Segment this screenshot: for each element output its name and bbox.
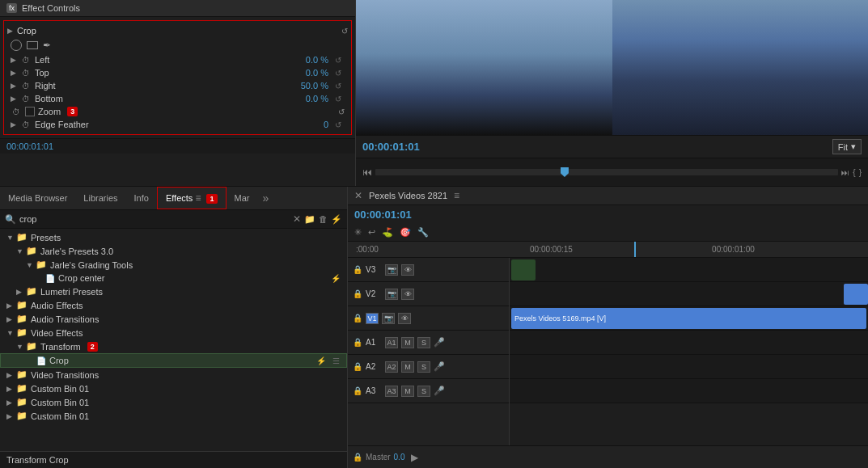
v2-eye-icon[interactable]: 👁 [401, 289, 414, 300]
v3-lock-icon[interactable]: 🔒 [353, 265, 362, 274]
search-clear-icon[interactable]: ✕ [293, 213, 301, 225]
crop-center-accelerator-icon[interactable]: ⚡ [331, 274, 341, 283]
a1-clip[interactable] [511, 259, 536, 280]
crop-accelerator-icon[interactable]: ⚡ [316, 356, 326, 365]
tree-item-custom-bin-2[interactable]: ▶ 📁 Custom Bin 01 [0, 395, 347, 409]
top-reset-icon[interactable]: ↺ [332, 69, 345, 78]
left-arrow[interactable]: ▶ [11, 56, 17, 64]
tree-item-crop-center[interactable]: 📄 Crop center ⚡ [0, 272, 347, 285]
seq-tool-magnet[interactable]: ✳ [354, 227, 362, 238]
v1-video-clip[interactable]: Pexels Videos 5169.mp4 [V] [511, 308, 866, 329]
v1-eye-icon[interactable]: 👁 [398, 313, 411, 324]
right-value[interactable]: 50.0 % [288, 81, 328, 91]
a2-lock-icon[interactable]: 🔒 [353, 362, 362, 371]
v2-lock-icon[interactable]: 🔒 [353, 289, 362, 298]
v3-eye-icon[interactable]: 👁 [401, 264, 414, 276]
accelerator-icon[interactable]: ⚡ [331, 214, 342, 225]
rect-tool-icon[interactable] [27, 41, 38, 49]
seq-tool-wrench[interactable]: 🔧 [417, 227, 429, 238]
tab-media-browser[interactable]: Media Browser [0, 188, 75, 208]
a3-m-btn[interactable]: M [401, 386, 414, 397]
master-play-icon[interactable]: ▶ [411, 452, 418, 463]
top-arrow[interactable]: ▶ [11, 69, 17, 77]
seq-menu-icon[interactable]: ≡ [454, 190, 459, 201]
tree-item-transform[interactable]: ▼ 📁 Transform 2 [0, 339, 347, 353]
left-value[interactable]: 0.0 % [288, 55, 328, 65]
pen-tool-icon[interactable]: ✒ [43, 40, 51, 51]
bottom-reset-icon[interactable]: ↺ [332, 95, 345, 103]
track-content: Pexels Videos 5169.mp4 [V] [510, 258, 868, 445]
nav-out-point-icon[interactable]: } [859, 168, 862, 177]
bottom-arrow[interactable]: ▶ [11, 95, 17, 103]
effects-menu-icon[interactable]: ≡ [195, 192, 201, 204]
tree-item-video-effects[interactable]: ▼ 📁 Video Effects [0, 326, 347, 339]
reset-icon[interactable]: ↺ [341, 27, 348, 36]
seq-close-icon[interactable]: ✕ [354, 190, 362, 201]
preview-go-start-icon[interactable]: ⏮ [362, 167, 372, 178]
tab-mar[interactable]: Mar [227, 188, 258, 208]
master-value[interactable]: 0.0 [394, 453, 405, 462]
tree-item-crop[interactable]: 📄 Crop ⚡ ☰ [0, 353, 347, 368]
a2-m-btn[interactable]: M [401, 361, 414, 373]
tree-item-presets[interactable]: ▼ 📁 Presets [0, 230, 347, 244]
ellipse-tool-icon[interactable] [11, 40, 22, 51]
v3-camera-icon[interactable]: 📷 [385, 264, 398, 276]
a1-m-btn[interactable]: M [401, 337, 414, 348]
tree-item-lumetri[interactable]: ▶ 📁 Lumetri Presets [0, 285, 347, 298]
preview-timeline[interactable]: ⏮ ⏭ { } [356, 158, 868, 186]
a3-lock-icon[interactable]: 🔒 [353, 386, 362, 395]
tree-item-custom-bin-1[interactable]: ▶ 📁 Custom Bin 01 [0, 382, 347, 395]
tab-overflow-icon[interactable]: » [257, 188, 273, 208]
timeline-playhead[interactable] [634, 242, 636, 257]
scrubber-playhead[interactable] [561, 167, 569, 177]
bottom-value[interactable]: 0.0 % [288, 94, 328, 103]
a1-s-btn[interactable]: S [417, 337, 430, 348]
a2-target-btn[interactable]: A2 [385, 361, 398, 373]
crop-expand-arrow[interactable]: ▶ [7, 27, 14, 35]
a1-lock-icon[interactable]: 🔒 [353, 338, 362, 347]
v1-target-btn[interactable]: V1 [366, 313, 379, 324]
tab-info[interactable]: Info [126, 188, 157, 208]
new-folder-icon[interactable]: 📁 [304, 214, 315, 225]
tab-effects[interactable]: Effects ≡ 1 [157, 187, 227, 209]
preview-controls: 00:00:01:01 Fit ▾ [356, 135, 868, 158]
tree-item-audio-effects[interactable]: ▶ 📁 Audio Effects [0, 298, 347, 312]
fit-dropdown[interactable]: Fit ▾ [832, 139, 862, 154]
a2-s-btn[interactable]: S [417, 361, 430, 373]
nav-in-point-icon[interactable]: ⏭ [841, 168, 849, 177]
right-reset-icon[interactable]: ↺ [332, 82, 345, 91]
content-a3 [510, 379, 868, 403]
edge-feather-arrow[interactable]: ▶ [11, 120, 17, 129]
left-reset-icon[interactable]: ↺ [332, 56, 345, 65]
seq-tool-undo[interactable]: ↩ [368, 227, 375, 238]
a3-s-btn[interactable]: S [417, 386, 430, 397]
zoom-reset-icon[interactable]: ↺ [338, 108, 345, 116]
tree-item-custom-bin-3[interactable]: ▶ 📁 Custom Bin 01 [0, 409, 347, 423]
v1-camera-icon[interactable]: 📷 [382, 313, 395, 324]
a3-target-btn[interactable]: A3 [385, 386, 398, 397]
content-v1[interactable]: Pexels Videos 5169.mp4 [V] [510, 306, 868, 331]
crop-menu-icon[interactable]: ☰ [332, 356, 340, 365]
top-value[interactable]: 0.0 % [288, 68, 328, 78]
tab-libraries[interactable]: Libraries [75, 188, 125, 208]
tree-item-video-transitions[interactable]: ▶ 📁 Video Transitions [0, 368, 347, 382]
delete-icon[interactable]: 🗑 [319, 214, 328, 225]
preview-scrubber[interactable] [375, 169, 838, 175]
nav-marker-icon[interactable]: { [853, 168, 855, 177]
tree-item-jarles-presets[interactable]: ▼ 📁 Jarle's Presets 3.0 [0, 244, 347, 258]
zoom-checkbox[interactable] [25, 107, 35, 116]
v1-lock-icon[interactable]: 🔒 [353, 314, 362, 323]
edge-feather-reset-icon[interactable]: ↺ [332, 120, 345, 129]
seq-tool-marker[interactable]: ⛳ [382, 227, 393, 238]
a1-target-btn[interactable]: A1 [385, 337, 398, 348]
seq-tool-target[interactable]: 🎯 [400, 227, 411, 238]
search-input[interactable] [19, 214, 290, 224]
tree-item-grading-tools[interactable]: ▼ 📁 Jarle's Grading Tools [0, 258, 347, 272]
master-lock-icon[interactable]: 🔒 [353, 453, 362, 462]
v2-camera-icon[interactable]: 📷 [385, 289, 398, 300]
edge-feather-value[interactable]: 0 [288, 120, 328, 129]
v2-clip-partial[interactable] [844, 284, 868, 305]
badge-2: 2 [87, 342, 98, 352]
tree-item-audio-transitions[interactable]: ▶ 📁 Audio Transitions [0, 312, 347, 326]
right-arrow[interactable]: ▶ [11, 82, 17, 90]
